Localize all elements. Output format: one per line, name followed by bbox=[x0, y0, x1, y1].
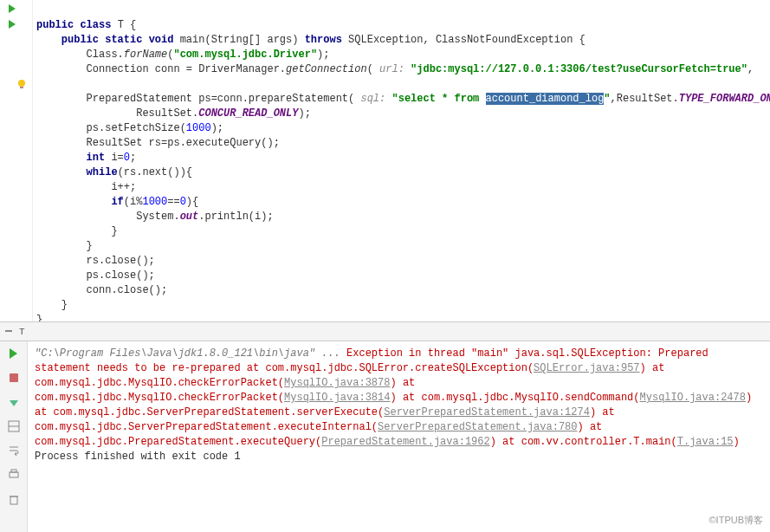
console-toolbar bbox=[0, 341, 28, 532]
svg-rect-8 bbox=[10, 496, 17, 504]
stop-icon[interactable] bbox=[5, 369, 23, 386]
svg-rect-3 bbox=[10, 373, 18, 382]
console-pane: "C:\Program Files\Java\jdk1.8.0_121\bin\… bbox=[0, 341, 770, 532]
rerun-icon[interactable] bbox=[5, 345, 23, 362]
stack-link[interactable]: MysqlIO.java:3814 bbox=[284, 392, 390, 404]
trash-icon[interactable] bbox=[5, 490, 23, 508]
svg-rect-6 bbox=[10, 472, 18, 477]
stack-link[interactable]: SQLError.java:957 bbox=[534, 362, 639, 374]
console-tabbar: T bbox=[0, 322, 770, 341]
console-output[interactable]: "C:\Program Files\Java\jdk1.8.0_121\bin\… bbox=[28, 341, 770, 532]
stack-link[interactable]: ServerPreparedStatement.java:1274 bbox=[384, 406, 590, 418]
wrap-icon[interactable] bbox=[5, 442, 23, 459]
editor-gutter bbox=[0, 0, 33, 321]
editor-pane: public class T { public static void main… bbox=[0, 0, 770, 322]
svg-rect-1 bbox=[20, 87, 23, 88]
down-icon[interactable] bbox=[5, 393, 23, 411]
stack-link[interactable]: PreparedStatement.java:1962 bbox=[321, 436, 489, 448]
svg-point-0 bbox=[18, 80, 25, 87]
code-editor[interactable]: public class T { public static void main… bbox=[33, 0, 770, 321]
print-icon[interactable] bbox=[5, 466, 23, 483]
stack-link[interactable]: T.java:15 bbox=[677, 436, 734, 448]
run-icon[interactable] bbox=[7, 3, 19, 16]
svg-rect-7 bbox=[11, 470, 16, 472]
svg-rect-2 bbox=[5, 330, 12, 332]
layout-icon[interactable] bbox=[5, 418, 23, 435]
code-token: public class bbox=[36, 19, 111, 31]
console-command: "C:\Program Files\Java\jdk1.8.0_121\bin\… bbox=[35, 347, 340, 360]
stack-link[interactable]: MysqlIO.java:2478 bbox=[640, 392, 746, 404]
bulb-icon[interactable] bbox=[16, 78, 28, 90]
watermark: ©ITPUB博客 bbox=[709, 514, 764, 527]
stack-link[interactable]: MysqlIO.java:3878 bbox=[284, 377, 390, 389]
close-icon[interactable] bbox=[3, 326, 16, 338]
exit-code: Process finished with exit code 1 bbox=[35, 451, 241, 463]
selection: account_diamond_log bbox=[486, 93, 605, 105]
tab-label[interactable]: T bbox=[19, 327, 25, 337]
stack-link[interactable]: ServerPreparedStatement.java:780 bbox=[378, 421, 577, 433]
run-icon[interactable] bbox=[7, 19, 19, 31]
